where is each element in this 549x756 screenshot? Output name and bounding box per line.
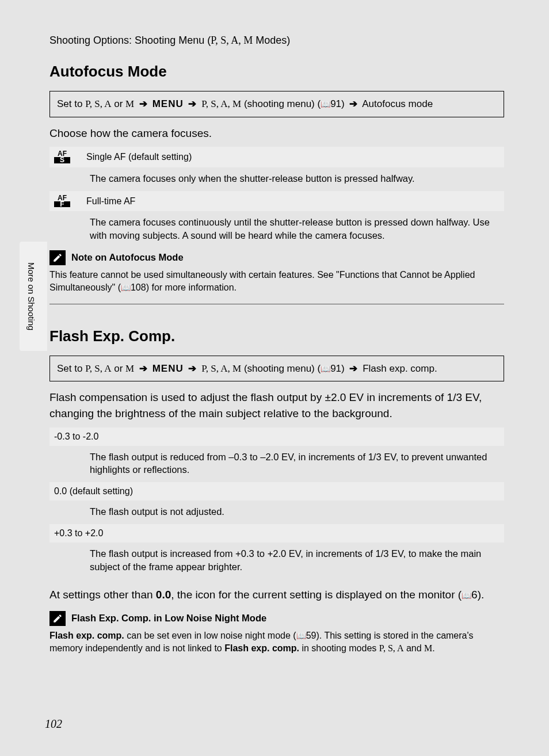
option-header-pos: +0.3 to +2.0	[49, 524, 504, 543]
option-label: -0.3 to -2.0	[54, 432, 98, 442]
note-bold-a: Flash exp. comp.	[49, 631, 124, 640]
autofocus-title: Autofocus Mode	[49, 63, 504, 81]
note-d: and	[403, 643, 424, 653]
nav-modeM: M	[125, 363, 134, 374]
note-title: Flash Exp. Comp. in Low Noise Night Mode	[71, 613, 266, 624]
nav-set-to: Set to	[57, 363, 85, 374]
option-label: +0.3 to +2.0	[54, 528, 103, 539]
af-f-icon: AF F	[54, 195, 70, 208]
option-desc: The camera focuses continuously until th…	[49, 211, 504, 248]
flash-section: Flash Exp. Comp. Set to P, S, A or M ➔ M…	[49, 327, 504, 655]
nav-modeM: M	[125, 98, 134, 109]
note-body-a: This feature cannot be used simultaneous…	[49, 270, 475, 292]
arrow-icon: ➔	[347, 98, 360, 109]
nav-modes2: P, S, A, M	[201, 98, 241, 109]
note-bold-b: Flash exp. comp.	[224, 643, 299, 653]
note-c: in shooting modes	[299, 643, 379, 653]
breadcrumb-modes: P, S, A, M	[211, 35, 253, 46]
note-modes: P, S, A	[379, 643, 404, 653]
arrow-icon: ➔	[186, 363, 199, 374]
option-title: Single AF (default setting)	[86, 152, 192, 162]
nav-modes2: P, S, A, M	[201, 363, 241, 374]
option-title: Full-time AF	[86, 196, 135, 207]
after-ref: 6	[471, 589, 478, 601]
nav-end: )	[341, 363, 347, 374]
option-header-single-af: AF S Single AF (default setting)	[49, 147, 504, 167]
nav-set-to: Set to	[57, 98, 85, 109]
nav-or: or	[112, 363, 126, 374]
breadcrumb-suffix: Modes)	[253, 35, 290, 46]
icon-bottom: F	[54, 201, 70, 208]
note-a: can be set even in low noise night mode …	[124, 631, 296, 640]
autofocus-options: AF S Single AF (default setting) The cam…	[49, 147, 504, 247]
option-desc: The flash output is reduced from –0.3 to…	[49, 446, 504, 483]
book-icon	[462, 589, 471, 601]
nav-shooting-menu: (shooting menu) (	[241, 98, 321, 109]
option-label: 0.0 (default setting)	[54, 486, 133, 497]
note-ref: 59	[306, 631, 317, 640]
breadcrumb-prefix: Shooting Options: Shooting Menu (	[49, 35, 211, 46]
page-number: 102	[45, 717, 62, 731]
flash-nav-box: Set to P, S, A or M ➔ MENU ➔ P, S, A, M …	[49, 356, 504, 382]
pencil-icon	[49, 250, 66, 265]
note-ref: 108	[131, 282, 146, 292]
nav-menu: MENU	[152, 98, 184, 109]
nav-ref: 91	[330, 363, 341, 374]
note-title: Note on Autofocus Mode	[71, 252, 184, 263]
flash-after-text: At settings other than 0.0, the icon for…	[49, 587, 504, 603]
note-body: Flash exp. comp. can be set even in low …	[49, 629, 504, 655]
autofocus-intro: Choose how the camera focuses.	[49, 125, 504, 142]
autofocus-nav-box: Set to P, S, A or M ➔ MENU ➔ P, S, A, M …	[49, 91, 504, 117]
icon-bottom: S	[54, 157, 70, 163]
nav-ref: 91	[330, 98, 341, 109]
note-body-b: ) for more information.	[146, 282, 237, 292]
flash-intro: Flash compensation is used to adjust the…	[49, 390, 504, 421]
nav-shooting-menu: (shooting menu) (	[241, 363, 321, 374]
nav-end: )	[341, 98, 347, 109]
pencil-icon	[49, 611, 66, 626]
autofocus-note: Note on Autofocus Mode This feature cann…	[49, 250, 504, 304]
nav-dest: Autofocus mode	[362, 98, 433, 109]
breadcrumb: Shooting Options: Shooting Menu (P, S, A…	[49, 35, 504, 47]
page-content: Shooting Options: Shooting Menu (P, S, A…	[0, 0, 549, 756]
flash-title: Flash Exp. Comp.	[49, 327, 504, 345]
option-header-zero: 0.0 (default setting)	[49, 482, 504, 501]
note-header: Note on Autofocus Mode	[49, 250, 504, 265]
book-icon	[121, 282, 131, 292]
note-body: This feature cannot be used simultaneous…	[49, 269, 504, 295]
flash-note: Flash Exp. Comp. in Low Noise Night Mode…	[49, 611, 504, 655]
book-icon	[296, 631, 306, 640]
af-s-icon: AF S	[54, 151, 70, 163]
after-c: ).	[478, 589, 485, 601]
book-icon	[321, 98, 330, 109]
note-header: Flash Exp. Comp. in Low Noise Night Mode	[49, 611, 504, 626]
nav-modes1: P, S, A	[85, 363, 111, 374]
note-e: .	[432, 643, 434, 653]
arrow-icon: ➔	[137, 98, 150, 109]
flash-options: -0.3 to -2.0 The flash output is reduced…	[49, 427, 504, 579]
arrow-icon: ➔	[347, 363, 360, 374]
option-header-neg: -0.3 to -2.0	[49, 427, 504, 446]
nav-dest: Flash exp. comp.	[363, 363, 437, 374]
arrow-icon: ➔	[186, 98, 199, 109]
option-desc: The flash output is increased from +0.3 …	[49, 543, 504, 579]
after-bold: 0.0	[156, 589, 171, 601]
nav-menu: MENU	[152, 363, 184, 374]
after-b: , the icon for the current setting is di…	[171, 589, 462, 601]
option-desc: The camera focuses only when the shutter…	[49, 167, 504, 191]
after-a: At settings other than	[49, 589, 156, 601]
option-header-fulltime-af: AF F Full-time AF	[49, 191, 504, 212]
nav-or: or	[112, 98, 126, 109]
option-desc: The flash output is not adjusted.	[49, 501, 504, 524]
note-modeM: M	[424, 643, 432, 653]
nav-modes1: P, S, A	[85, 98, 111, 109]
arrow-icon: ➔	[137, 363, 150, 374]
book-icon	[321, 363, 330, 374]
